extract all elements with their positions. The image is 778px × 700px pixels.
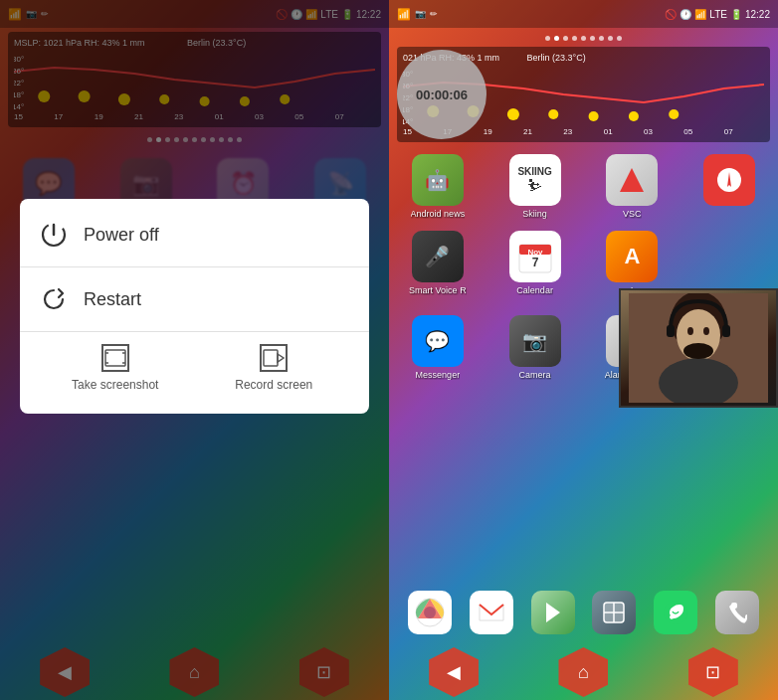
right-status-bar: 📶 📷 ✏ 🚫 🕐 📶 LTE 🔋 12:22 bbox=[389, 0, 778, 28]
voice-icon: 🎤 bbox=[412, 231, 464, 282]
dock-whatsapp[interactable] bbox=[652, 585, 699, 640]
restart-icon bbox=[40, 285, 68, 313]
power-menu: Power off Restart bbox=[20, 199, 369, 414]
rdot-6 bbox=[590, 36, 595, 41]
rdot-4 bbox=[572, 36, 577, 41]
rdot-9 bbox=[617, 36, 622, 41]
svg-marker-71 bbox=[546, 603, 560, 622]
svg-text:19: 19 bbox=[484, 127, 492, 136]
right-bottom-nav: ◀ ⌂ ⊡ bbox=[389, 644, 778, 700]
svg-text:01: 01 bbox=[604, 127, 613, 136]
svg-text:03: 03 bbox=[644, 127, 653, 136]
right-camera-icon: 📷 bbox=[415, 9, 426, 19]
svg-text:7: 7 bbox=[531, 256, 538, 269]
svg-point-36 bbox=[669, 109, 679, 119]
svg-point-64 bbox=[703, 327, 709, 335]
svg-marker-51 bbox=[620, 168, 644, 192]
right-home-button[interactable]: ⌂ bbox=[558, 647, 608, 697]
dock-phone[interactable] bbox=[713, 585, 761, 640]
screenshot-icon bbox=[101, 344, 129, 372]
right-app-grid-row1: 🤖 Android news SKIING ⛷ Skiing VSC bbox=[389, 148, 778, 225]
right-app-vsc[interactable]: VSC bbox=[584, 148, 681, 225]
right-camera-app-icon: 📷 bbox=[509, 315, 561, 367]
power-menu-divider bbox=[20, 266, 369, 267]
record-icon bbox=[260, 344, 288, 372]
dock-home-icon bbox=[592, 591, 636, 634]
dock-gmail[interactable] bbox=[468, 585, 515, 640]
right-dock bbox=[389, 585, 778, 640]
right-app-android[interactable]: 🤖 Android news bbox=[389, 148, 486, 225]
svg-marker-29 bbox=[278, 354, 284, 362]
right-back-button[interactable]: ◀ bbox=[429, 647, 479, 697]
a-icon: A bbox=[606, 231, 658, 282]
record-screen-button[interactable]: Record screen bbox=[199, 344, 350, 392]
dock-play[interactable] bbox=[529, 585, 577, 640]
rdot-2 bbox=[554, 36, 559, 41]
right-sim-icon: 📶 bbox=[397, 8, 411, 21]
selfie-image bbox=[621, 290, 776, 406]
svg-point-34 bbox=[589, 111, 599, 121]
skiing-label: Skiing bbox=[522, 209, 547, 219]
svg-text:05: 05 bbox=[683, 127, 692, 136]
vsc-icon bbox=[606, 154, 658, 206]
svg-rect-65 bbox=[667, 325, 675, 337]
stopwatch-display[interactable]: 00:00:06 bbox=[397, 50, 486, 139]
right-app-calendar[interactable]: Nov 7 Calendar bbox=[486, 225, 584, 301]
right-app-skiing[interactable]: SKIING ⛷ Skiing bbox=[486, 148, 584, 225]
right-lte-label: LTE bbox=[709, 9, 727, 20]
take-screenshot-button[interactable]: Take screenshot bbox=[40, 344, 191, 392]
right-page-dots bbox=[389, 28, 778, 45]
red-icon bbox=[703, 154, 755, 206]
power-off-icon bbox=[40, 221, 68, 249]
rdot-7 bbox=[599, 36, 604, 41]
right-app-camera[interactable]: 📷 Camera bbox=[486, 309, 584, 386]
svg-point-33 bbox=[548, 109, 558, 119]
right-messenger-label: Messenger bbox=[416, 370, 461, 380]
svg-rect-66 bbox=[722, 325, 730, 337]
svg-text:21: 21 bbox=[523, 127, 532, 136]
rdot-5 bbox=[581, 36, 586, 41]
dock-chrome[interactable] bbox=[406, 585, 454, 640]
dock-play-icon bbox=[531, 591, 575, 634]
right-app-messenger[interactable]: 💬 Messenger bbox=[389, 309, 486, 386]
rdot-8 bbox=[608, 36, 613, 41]
right-no-sim-icon: 🚫 bbox=[665, 9, 677, 20]
calendar-icon: Nov 7 bbox=[509, 231, 561, 282]
svg-text:15: 15 bbox=[403, 127, 412, 136]
dock-chrome-icon bbox=[408, 591, 452, 634]
power-off-label: Power off bbox=[84, 225, 159, 246]
right-phone-panel: 📶 📷 ✏ 🚫 🕐 📶 LTE 🔋 12:22 00:00:06 021 hPa bbox=[389, 0, 778, 700]
record-label: Record screen bbox=[235, 378, 312, 392]
stopwatch-time: 00:00:06 bbox=[416, 88, 468, 102]
svg-point-63 bbox=[687, 327, 693, 335]
power-menu-divider-2 bbox=[20, 331, 369, 332]
dock-whatsapp-icon bbox=[654, 591, 697, 634]
right-status-icons: 📶 📷 ✏ bbox=[397, 8, 438, 21]
right-app-voice[interactable]: 🎤 Smart Voice R bbox=[389, 225, 486, 301]
power-menu-row2: Take screenshot Record screen bbox=[20, 336, 369, 406]
right-app-red[interactable] bbox=[681, 148, 778, 225]
dock-home2[interactable] bbox=[590, 585, 638, 640]
power-off-button[interactable]: Power off bbox=[20, 207, 369, 262]
voice-label: Smart Voice R bbox=[409, 285, 467, 295]
right-status-right: 🚫 🕐 📶 LTE 🔋 12:22 bbox=[665, 9, 770, 20]
right-battery-icon: 🔋 bbox=[730, 9, 742, 20]
right-recent-button[interactable]: ⊡ bbox=[688, 647, 738, 697]
selfie-popup[interactable] bbox=[619, 288, 778, 408]
svg-point-32 bbox=[507, 108, 519, 120]
right-messenger-icon: 💬 bbox=[412, 315, 464, 367]
android-label: Android news bbox=[411, 209, 466, 219]
restart-button[interactable]: Restart bbox=[20, 271, 369, 327]
svg-rect-28 bbox=[264, 350, 278, 366]
svg-point-67 bbox=[683, 343, 713, 359]
calendar-label: Calendar bbox=[516, 285, 553, 295]
vsc-label: VSC bbox=[623, 209, 642, 219]
dock-gmail-icon bbox=[470, 591, 513, 634]
right-edit-icon: ✏ bbox=[430, 9, 438, 19]
left-phone-panel: 📶 📷 ✏ 🚫 🕐 📶 LTE 🔋 12:22 MSLP: 1021 hPa R… bbox=[0, 0, 389, 700]
right-clock-icon: 🕐 bbox=[680, 9, 691, 20]
dock-phone-icon bbox=[715, 591, 759, 634]
right-time: 12:22 bbox=[745, 9, 770, 20]
right-wifi-icon: 📶 bbox=[694, 9, 706, 20]
right-camera-label: Camera bbox=[519, 370, 551, 380]
